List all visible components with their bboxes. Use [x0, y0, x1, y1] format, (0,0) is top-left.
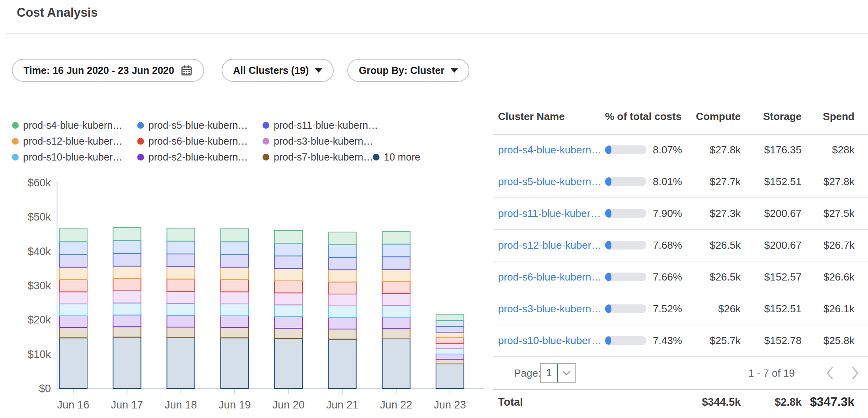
legend-item[interactable]: prod-s7-blue-kubern…: [263, 151, 373, 163]
bar-segment[interactable]: [221, 338, 249, 389]
bar-segment[interactable]: [59, 327, 87, 338]
bar-segment[interactable]: [221, 316, 249, 327]
bar-segment[interactable]: [329, 282, 356, 294]
bar-segment[interactable]: [329, 339, 356, 389]
clusters-filter-button[interactable]: All Clusters (19): [222, 59, 334, 82]
bar-segment[interactable]: [221, 304, 249, 316]
bar-segment[interactable]: [436, 315, 464, 321]
bar-segment[interactable]: [59, 255, 87, 267]
bar-segment[interactable]: [274, 281, 302, 293]
bar-segment[interactable]: [113, 240, 141, 253]
bar-segment[interactable]: [436, 349, 464, 354]
bar-segment[interactable]: [59, 267, 87, 280]
time-range-filter-button[interactable]: Time: 16 Jun 2020 - 23 Jun 2020: [12, 59, 204, 82]
bar-segment[interactable]: [167, 254, 195, 267]
bar-segment[interactable]: [221, 229, 249, 242]
bar-segment[interactable]: [382, 339, 410, 389]
bar-segment[interactable]: [382, 231, 410, 244]
bar-segment[interactable]: [167, 291, 195, 303]
bar-segment[interactable]: [59, 338, 87, 389]
bar-segment[interactable]: [274, 230, 302, 243]
bar-segment[interactable]: [113, 291, 141, 303]
cluster-name-link[interactable]: prod-s10-blue-kuber…: [498, 335, 601, 346]
bar-segment[interactable]: [221, 242, 249, 254]
bar-segment[interactable]: [436, 354, 464, 359]
cluster-name-link[interactable]: prod-s5-blue-kubern…: [498, 176, 601, 188]
bar-segment[interactable]: [59, 292, 87, 304]
bar-segment[interactable]: [167, 327, 195, 337]
bar-segment[interactable]: [329, 245, 356, 257]
bar-segment[interactable]: [382, 244, 410, 257]
bar-segment[interactable]: [167, 279, 195, 291]
bar-segment[interactable]: [436, 359, 464, 364]
bar-segment[interactable]: [167, 228, 195, 241]
bar-segment[interactable]: [274, 269, 302, 281]
bar-segment[interactable]: [329, 329, 356, 339]
bar-segment[interactable]: [167, 267, 195, 279]
bar-segment[interactable]: [382, 329, 410, 339]
legend-item[interactable]: prod-s6-blue-kubern…: [137, 135, 248, 147]
bar-segment[interactable]: [436, 364, 464, 389]
bar-segment[interactable]: [329, 257, 356, 270]
bar-segment[interactable]: [436, 338, 464, 343]
bar-segment[interactable]: [221, 327, 249, 338]
cluster-name-link[interactable]: prod-s3-blue-kubern…: [498, 303, 601, 315]
bar-segment[interactable]: [167, 315, 195, 327]
legend-item[interactable]: 10 more: [373, 151, 420, 163]
bar-segment[interactable]: [221, 280, 249, 292]
legend-item[interactable]: prod-s12-blue-kuber…: [12, 135, 123, 147]
page-select[interactable]: 1: [540, 363, 576, 383]
bar-segment[interactable]: [274, 339, 302, 389]
cluster-name-link[interactable]: prod-s6-blue-kubern…: [498, 271, 601, 283]
cluster-name-link[interactable]: prod-s12-blue-kuber…: [498, 239, 601, 251]
bar-segment[interactable]: [382, 281, 410, 293]
next-page-button[interactable]: [848, 365, 862, 381]
bar-segment[interactable]: [59, 304, 87, 316]
bar-segment[interactable]: [382, 294, 410, 306]
bar-segment[interactable]: [274, 305, 302, 317]
group-by-filter-button[interactable]: Group By: Cluster: [347, 59, 469, 82]
bar-segment[interactable]: [436, 327, 464, 332]
prev-page-button[interactable]: [823, 365, 837, 381]
bar-segment[interactable]: [436, 343, 464, 349]
bar-segment[interactable]: [382, 257, 410, 269]
bar-segment[interactable]: [329, 294, 356, 306]
bar-segment[interactable]: [167, 304, 195, 315]
bar-segment[interactable]: [113, 228, 141, 241]
bar-segment[interactable]: [436, 332, 464, 338]
legend-item[interactable]: prod-s5-blue-kubern…: [137, 120, 248, 131]
bar-segment[interactable]: [329, 270, 356, 282]
bar-segment[interactable]: [59, 229, 87, 242]
bar-segment[interactable]: [221, 255, 249, 267]
bar-segment[interactable]: [167, 337, 195, 389]
legend-item[interactable]: prod-s3-blue-kubern…: [263, 135, 373, 147]
bar-segment[interactable]: [113, 279, 141, 291]
bar-segment[interactable]: [113, 337, 141, 389]
bar-segment[interactable]: [329, 306, 356, 317]
legend-item[interactable]: prod-s10-blue-kuber…: [12, 151, 123, 163]
bar-segment[interactable]: [436, 321, 464, 327]
bar-segment[interactable]: [59, 316, 87, 327]
bar-segment[interactable]: [113, 254, 141, 266]
bar-segment[interactable]: [59, 280, 87, 292]
bar-segment[interactable]: [382, 269, 410, 282]
bar-segment[interactable]: [113, 315, 141, 327]
legend-item[interactable]: prod-s4-blue-kubern…: [12, 120, 123, 131]
bar-segment[interactable]: [113, 266, 141, 279]
bar-segment[interactable]: [167, 241, 195, 254]
bar-segment[interactable]: [113, 303, 141, 315]
cluster-name-link[interactable]: prod-s4-blue-kubern…: [498, 144, 601, 156]
bar-segment[interactable]: [274, 243, 302, 256]
bar-segment[interactable]: [113, 327, 141, 337]
cluster-name-link[interactable]: prod-s11-blue-kuber…: [498, 207, 601, 219]
bar-segment[interactable]: [221, 292, 249, 304]
legend-item[interactable]: prod-s11-blue-kubern…: [263, 120, 378, 131]
bar-segment[interactable]: [382, 317, 410, 329]
bar-segment[interactable]: [221, 267, 249, 280]
bar-segment[interactable]: [59, 242, 87, 254]
bar-segment[interactable]: [274, 256, 302, 269]
bar-segment[interactable]: [274, 317, 302, 328]
bar-segment[interactable]: [274, 328, 302, 339]
bar-segment[interactable]: [382, 306, 410, 317]
bar-segment[interactable]: [274, 293, 302, 305]
